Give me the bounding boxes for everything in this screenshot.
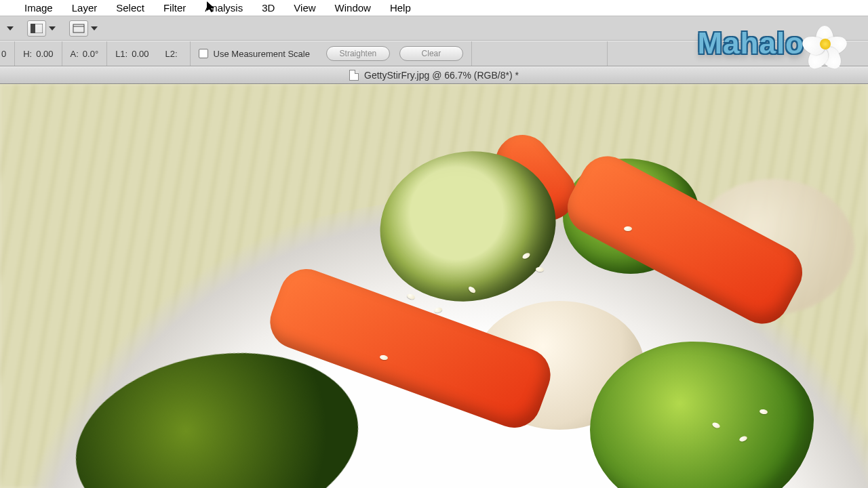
screen-mode-icon [27,20,46,37]
chevron-down-icon [91,26,98,30]
l1-label: L1: [115,49,127,59]
option-w: 0 [0,41,15,66]
l1-value[interactable]: 0.00 [132,49,149,59]
document-title[interactable]: GettyStirFry.jpg @ 66.7% (RGB/8*) * [364,70,519,81]
use-measurement-scale-label: Use Measurement Scale [214,49,310,59]
chevron-down-icon [7,26,14,30]
document-file-icon [349,70,359,81]
menu-3d[interactable]: 3D [252,2,284,14]
menu-image[interactable]: Image [15,2,62,14]
clear-button[interactable]: Clear [399,46,463,61]
a-label: A: [71,49,79,59]
toolbar-dropdown-1[interactable] [3,24,18,33]
chevron-down-icon [49,26,56,30]
menu-view[interactable]: View [284,2,325,14]
mahalo-logo-text: Mahalo [697,26,804,60]
straighten-button[interactable]: Straighten [326,46,390,61]
mouse-cursor-icon [206,1,216,14]
arrange-documents-icon [69,20,88,37]
arrange-documents-button[interactable] [65,18,102,39]
screen-mode-button[interactable] [23,18,60,39]
menubar: Image Layer Select Filter Analysis 3D Vi… [0,0,868,16]
photo-sesame [624,226,632,231]
menu-filter[interactable]: Filter [154,2,195,14]
h-label: H: [23,49,32,59]
option-buttons: Straighten Clear [318,41,471,66]
menu-window[interactable]: Window [326,2,380,14]
plumeria-flower-icon [807,26,842,61]
document-tab-bar: GettyStirFry.jpg @ 66.7% (RGB/8*) * [0,66,868,84]
a-value[interactable]: 0.0° [83,49,98,59]
use-measurement-scale-checkbox[interactable] [199,49,208,58]
svg-rect-2 [73,24,84,33]
option-h: H: 0.00 [15,41,62,66]
option-l2: L2: [157,41,191,66]
menu-analysis[interactable]: Analysis [195,2,252,14]
document-canvas[interactable] [0,84,868,488]
option-a: A: 0.0° [62,41,108,66]
option-use-scale: Use Measurement Scale [191,41,318,66]
option-l1: L1: 0.00 [107,41,157,66]
l2-label: L2: [165,49,178,59]
menu-help[interactable]: Help [380,2,420,14]
menu-select[interactable]: Select [106,2,154,14]
menu-layer[interactable]: Layer [62,2,107,14]
h-value[interactable]: 0.00 [36,49,53,59]
svg-rect-1 [31,24,35,33]
mahalo-logo: Mahalo [697,22,842,65]
